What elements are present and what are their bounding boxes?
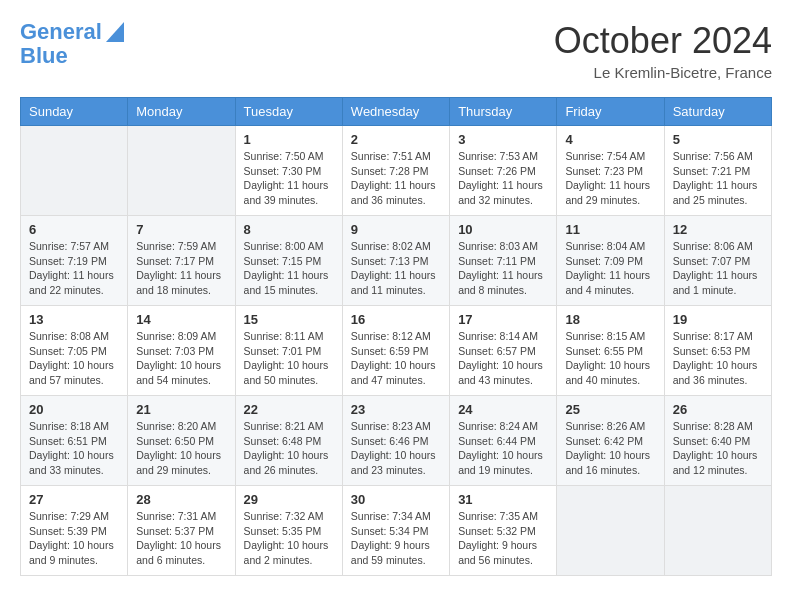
logo: General Blue — [20, 20, 124, 68]
calendar-cell: 6Sunrise: 7:57 AM Sunset: 7:19 PM Daylig… — [21, 216, 128, 306]
day-info: Sunrise: 7:35 AM Sunset: 5:32 PM Dayligh… — [458, 509, 548, 568]
logo-blue: Blue — [20, 44, 124, 68]
calendar-cell — [664, 486, 771, 576]
day-number: 6 — [29, 222, 119, 237]
logo-general: General — [20, 19, 102, 44]
day-number: 10 — [458, 222, 548, 237]
calendar-cell: 14Sunrise: 8:09 AM Sunset: 7:03 PM Dayli… — [128, 306, 235, 396]
day-number: 29 — [244, 492, 334, 507]
calendar-cell: 23Sunrise: 8:23 AM Sunset: 6:46 PM Dayli… — [342, 396, 449, 486]
calendar-cell: 22Sunrise: 8:21 AM Sunset: 6:48 PM Dayli… — [235, 396, 342, 486]
day-number: 31 — [458, 492, 548, 507]
calendar-cell: 17Sunrise: 8:14 AM Sunset: 6:57 PM Dayli… — [450, 306, 557, 396]
calendar-cell: 13Sunrise: 8:08 AM Sunset: 7:05 PM Dayli… — [21, 306, 128, 396]
day-info: Sunrise: 7:32 AM Sunset: 5:35 PM Dayligh… — [244, 509, 334, 568]
day-number: 5 — [673, 132, 763, 147]
calendar-week-row: 6Sunrise: 7:57 AM Sunset: 7:19 PM Daylig… — [21, 216, 772, 306]
day-info: Sunrise: 8:21 AM Sunset: 6:48 PM Dayligh… — [244, 419, 334, 478]
day-number: 15 — [244, 312, 334, 327]
day-number: 7 — [136, 222, 226, 237]
day-header-saturday: Saturday — [664, 98, 771, 126]
calendar-cell: 15Sunrise: 8:11 AM Sunset: 7:01 PM Dayli… — [235, 306, 342, 396]
day-info: Sunrise: 8:12 AM Sunset: 6:59 PM Dayligh… — [351, 329, 441, 388]
calendar-cell: 24Sunrise: 8:24 AM Sunset: 6:44 PM Dayli… — [450, 396, 557, 486]
logo-text: General — [20, 20, 102, 44]
day-number: 13 — [29, 312, 119, 327]
day-header-tuesday: Tuesday — [235, 98, 342, 126]
calendar-week-row: 13Sunrise: 8:08 AM Sunset: 7:05 PM Dayli… — [21, 306, 772, 396]
calendar-cell: 8Sunrise: 8:00 AM Sunset: 7:15 PM Daylig… — [235, 216, 342, 306]
location: Le Kremlin-Bicetre, France — [554, 64, 772, 81]
calendar-cell — [557, 486, 664, 576]
day-header-monday: Monday — [128, 98, 235, 126]
day-number: 16 — [351, 312, 441, 327]
day-header-wednesday: Wednesday — [342, 98, 449, 126]
day-info: Sunrise: 7:53 AM Sunset: 7:26 PM Dayligh… — [458, 149, 548, 208]
day-info: Sunrise: 7:51 AM Sunset: 7:28 PM Dayligh… — [351, 149, 441, 208]
calendar-cell: 21Sunrise: 8:20 AM Sunset: 6:50 PM Dayli… — [128, 396, 235, 486]
day-info: Sunrise: 8:20 AM Sunset: 6:50 PM Dayligh… — [136, 419, 226, 478]
calendar-cell: 12Sunrise: 8:06 AM Sunset: 7:07 PM Dayli… — [664, 216, 771, 306]
day-header-friday: Friday — [557, 98, 664, 126]
calendar-cell — [21, 126, 128, 216]
day-info: Sunrise: 8:17 AM Sunset: 6:53 PM Dayligh… — [673, 329, 763, 388]
calendar-cell — [128, 126, 235, 216]
day-info: Sunrise: 7:54 AM Sunset: 7:23 PM Dayligh… — [565, 149, 655, 208]
day-info: Sunrise: 8:02 AM Sunset: 7:13 PM Dayligh… — [351, 239, 441, 298]
calendar-cell: 3Sunrise: 7:53 AM Sunset: 7:26 PM Daylig… — [450, 126, 557, 216]
calendar-cell: 16Sunrise: 8:12 AM Sunset: 6:59 PM Dayli… — [342, 306, 449, 396]
calendar-cell: 29Sunrise: 7:32 AM Sunset: 5:35 PM Dayli… — [235, 486, 342, 576]
calendar-cell: 1Sunrise: 7:50 AM Sunset: 7:30 PM Daylig… — [235, 126, 342, 216]
calendar-header-row: SundayMondayTuesdayWednesdayThursdayFrid… — [21, 98, 772, 126]
day-info: Sunrise: 8:23 AM Sunset: 6:46 PM Dayligh… — [351, 419, 441, 478]
calendar-cell: 20Sunrise: 8:18 AM Sunset: 6:51 PM Dayli… — [21, 396, 128, 486]
day-number: 26 — [673, 402, 763, 417]
logo-icon — [106, 22, 124, 42]
calendar-cell: 18Sunrise: 8:15 AM Sunset: 6:55 PM Dayli… — [557, 306, 664, 396]
day-number: 27 — [29, 492, 119, 507]
day-number: 30 — [351, 492, 441, 507]
calendar-cell: 4Sunrise: 7:54 AM Sunset: 7:23 PM Daylig… — [557, 126, 664, 216]
day-info: Sunrise: 7:56 AM Sunset: 7:21 PM Dayligh… — [673, 149, 763, 208]
day-number: 24 — [458, 402, 548, 417]
page-header: General Blue October 2024 Le Kremlin-Bic… — [20, 20, 772, 81]
day-info: Sunrise: 8:28 AM Sunset: 6:40 PM Dayligh… — [673, 419, 763, 478]
calendar-cell: 26Sunrise: 8:28 AM Sunset: 6:40 PM Dayli… — [664, 396, 771, 486]
day-number: 2 — [351, 132, 441, 147]
day-number: 3 — [458, 132, 548, 147]
calendar-week-row: 20Sunrise: 8:18 AM Sunset: 6:51 PM Dayli… — [21, 396, 772, 486]
month-year: October 2024 — [554, 20, 772, 62]
calendar-cell: 5Sunrise: 7:56 AM Sunset: 7:21 PM Daylig… — [664, 126, 771, 216]
day-info: Sunrise: 8:26 AM Sunset: 6:42 PM Dayligh… — [565, 419, 655, 478]
day-info: Sunrise: 7:31 AM Sunset: 5:37 PM Dayligh… — [136, 509, 226, 568]
day-number: 25 — [565, 402, 655, 417]
day-number: 1 — [244, 132, 334, 147]
day-number: 14 — [136, 312, 226, 327]
calendar-week-row: 1Sunrise: 7:50 AM Sunset: 7:30 PM Daylig… — [21, 126, 772, 216]
calendar-cell: 28Sunrise: 7:31 AM Sunset: 5:37 PM Dayli… — [128, 486, 235, 576]
day-info: Sunrise: 8:11 AM Sunset: 7:01 PM Dayligh… — [244, 329, 334, 388]
title-block: October 2024 Le Kremlin-Bicetre, France — [554, 20, 772, 81]
day-header-thursday: Thursday — [450, 98, 557, 126]
day-number: 8 — [244, 222, 334, 237]
day-number: 20 — [29, 402, 119, 417]
calendar-week-row: 27Sunrise: 7:29 AM Sunset: 5:39 PM Dayli… — [21, 486, 772, 576]
day-info: Sunrise: 8:14 AM Sunset: 6:57 PM Dayligh… — [458, 329, 548, 388]
day-info: Sunrise: 7:50 AM Sunset: 7:30 PM Dayligh… — [244, 149, 334, 208]
day-number: 4 — [565, 132, 655, 147]
calendar-cell: 27Sunrise: 7:29 AM Sunset: 5:39 PM Dayli… — [21, 486, 128, 576]
day-info: Sunrise: 8:03 AM Sunset: 7:11 PM Dayligh… — [458, 239, 548, 298]
day-number: 9 — [351, 222, 441, 237]
day-info: Sunrise: 8:08 AM Sunset: 7:05 PM Dayligh… — [29, 329, 119, 388]
day-number: 23 — [351, 402, 441, 417]
day-number: 22 — [244, 402, 334, 417]
day-info: Sunrise: 8:18 AM Sunset: 6:51 PM Dayligh… — [29, 419, 119, 478]
day-info: Sunrise: 8:24 AM Sunset: 6:44 PM Dayligh… — [458, 419, 548, 478]
day-number: 19 — [673, 312, 763, 327]
calendar-cell: 2Sunrise: 7:51 AM Sunset: 7:28 PM Daylig… — [342, 126, 449, 216]
calendar-cell: 10Sunrise: 8:03 AM Sunset: 7:11 PM Dayli… — [450, 216, 557, 306]
day-info: Sunrise: 8:09 AM Sunset: 7:03 PM Dayligh… — [136, 329, 226, 388]
calendar-cell: 31Sunrise: 7:35 AM Sunset: 5:32 PM Dayli… — [450, 486, 557, 576]
day-info: Sunrise: 8:00 AM Sunset: 7:15 PM Dayligh… — [244, 239, 334, 298]
day-info: Sunrise: 7:34 AM Sunset: 5:34 PM Dayligh… — [351, 509, 441, 568]
